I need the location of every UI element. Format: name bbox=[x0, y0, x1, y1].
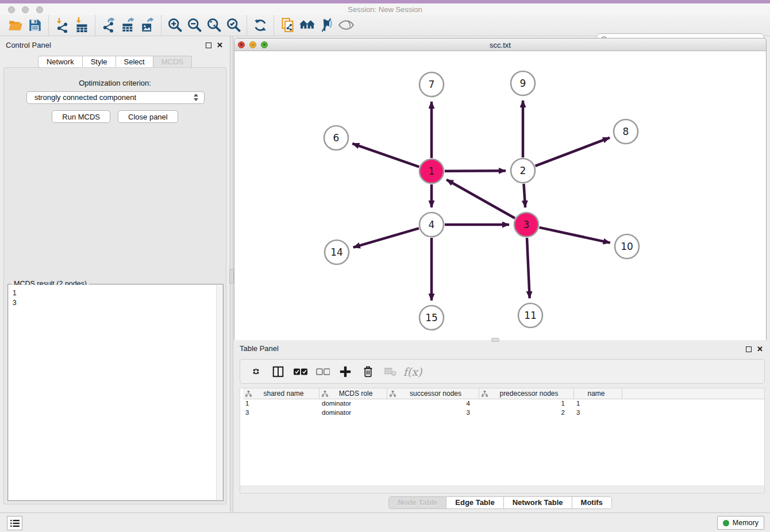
close-panel-button[interactable]: Close panel bbox=[118, 110, 178, 123]
refresh-network-icon[interactable] bbox=[251, 16, 270, 34]
graph-node-label-8: 8 bbox=[623, 126, 629, 137]
tab-network[interactable]: Network bbox=[38, 56, 83, 68]
zoom-selected-icon[interactable] bbox=[224, 16, 243, 34]
cell-mcds_role[interactable]: dominator bbox=[319, 408, 387, 418]
delete-columns-trash-icon[interactable] bbox=[359, 363, 376, 380]
network-view-window: ✕ − + scc.txt 7968124314101511 bbox=[234, 38, 767, 340]
network-window-title: scc.txt bbox=[234, 41, 766, 49]
graph-edge-3-1[interactable] bbox=[446, 180, 515, 218]
select-stepper-icon bbox=[194, 94, 199, 103]
task-history-button[interactable] bbox=[7, 516, 22, 530]
control-panel-close-icon[interactable]: ✕ bbox=[217, 41, 223, 49]
open-file-icon[interactable] bbox=[6, 16, 25, 34]
graph-node-label-4: 4 bbox=[429, 219, 435, 230]
graph-edge-2-8[interactable] bbox=[536, 138, 610, 166]
select-all-checkboxes-icon[interactable] bbox=[292, 363, 309, 380]
control-panel-float-icon[interactable] bbox=[206, 43, 211, 48]
graph-edge-2-3[interactable] bbox=[523, 184, 525, 207]
toolbar-separator bbox=[247, 16, 247, 35]
column-header-mcds_role[interactable]: MCDS role bbox=[319, 388, 387, 399]
list-icon bbox=[10, 519, 20, 527]
optimization-criterion-select[interactable]: strongly connected component bbox=[26, 91, 205, 104]
add-column-icon[interactable] bbox=[337, 363, 354, 380]
table-toolbar: f(x) bbox=[240, 359, 765, 384]
optimization-criterion-label: Optimization criterion: bbox=[4, 79, 226, 87]
table-panel-close-icon[interactable]: ✕ bbox=[757, 345, 763, 353]
table-header-row: shared nameMCDS rolesuccessor nodesprede… bbox=[243, 388, 764, 399]
network-svg: 7968124314101511 bbox=[234, 51, 766, 340]
import-table-icon[interactable] bbox=[72, 16, 91, 34]
deselect-all-checkboxes-icon[interactable] bbox=[314, 363, 332, 380]
zoom-out-icon[interactable] bbox=[184, 16, 204, 34]
function-builder-icon[interactable]: f(x) bbox=[404, 363, 421, 380]
go-home-icon[interactable] bbox=[297, 16, 317, 34]
column-header-predecessor_nodes[interactable]: predecessor nodes bbox=[479, 388, 574, 399]
tab-node-table[interactable]: Node Table bbox=[388, 496, 446, 509]
horizontal-split-grip[interactable] bbox=[491, 338, 499, 342]
tab-select[interactable]: Select bbox=[116, 56, 153, 68]
cell-shared_name[interactable]: 3 bbox=[243, 408, 319, 418]
tab-motifs[interactable]: Motifs bbox=[572, 496, 612, 509]
run-mcds-button[interactable]: Run MCDS bbox=[52, 110, 110, 123]
show-column-panel-icon[interactable] bbox=[270, 363, 287, 380]
graph-edge-3-11[interactable] bbox=[527, 238, 530, 298]
application-window: Session: New Session bbox=[0, 0, 770, 532]
window-title: Session: New Session bbox=[0, 5, 770, 14]
table-row[interactable]: 3dominator323 bbox=[243, 408, 764, 418]
import-network-icon[interactable] bbox=[52, 16, 72, 34]
cell-name[interactable]: 1 bbox=[574, 399, 622, 408]
cell-mcds_role[interactable]: dominator bbox=[319, 399, 387, 408]
graph-edge-4-14[interactable] bbox=[353, 228, 419, 247]
result-scrollbar[interactable] bbox=[216, 285, 222, 500]
hide-graphics-details-icon[interactable] bbox=[317, 16, 336, 34]
export-network-icon[interactable] bbox=[99, 16, 118, 34]
network-window-titlebar[interactable]: ✕ − + scc.txt bbox=[234, 38, 766, 51]
toolbar-separator bbox=[161, 16, 161, 35]
mcds-result-group: MCDS result (2 nodes) 1 3 bbox=[7, 284, 224, 501]
control-panel-tabs: Network Style Select MCDS bbox=[0, 56, 230, 68]
mcds-result-text[interactable]: 1 3 bbox=[9, 285, 216, 500]
graph-edge-3-10[interactable] bbox=[539, 228, 610, 243]
export-image-icon[interactable] bbox=[138, 16, 157, 34]
tab-style[interactable]: Style bbox=[83, 56, 116, 68]
cell-predecessor_nodes[interactable]: 2 bbox=[479, 408, 574, 418]
memory-button[interactable]: Memory bbox=[717, 516, 764, 530]
cell-successor_nodes[interactable]: 3 bbox=[387, 408, 479, 418]
duplicate-network-icon[interactable] bbox=[278, 16, 297, 34]
delete-table-icon[interactable] bbox=[382, 363, 399, 380]
window-titlebar: Session: New Session bbox=[0, 3, 770, 14]
graph-node-label-6: 6 bbox=[333, 132, 340, 144]
optimization-criterion-value: strongly connected component bbox=[34, 93, 136, 102]
toolbar-separator bbox=[274, 16, 274, 35]
cell-name[interactable]: 3 bbox=[574, 408, 622, 418]
cell-predecessor_nodes[interactable]: 1 bbox=[479, 399, 574, 408]
vertical-split-grip[interactable] bbox=[229, 269, 234, 284]
graph-node-label-1: 1 bbox=[429, 165, 435, 177]
graph-edge-1-2[interactable] bbox=[445, 171, 506, 171]
column-header-name[interactable]: name bbox=[574, 388, 622, 399]
cell-successor_nodes[interactable]: 4 bbox=[387, 399, 479, 408]
table-row[interactable]: 1dominator411 bbox=[243, 399, 764, 408]
column-header-shared_name[interactable]: shared name bbox=[243, 388, 319, 399]
graph-edge-1-6[interactable] bbox=[352, 144, 419, 167]
show-hidden-eye-icon[interactable] bbox=[336, 16, 356, 34]
tab-mcds[interactable]: MCDS bbox=[153, 56, 192, 68]
network-canvas[interactable]: 7968124314101511 bbox=[234, 51, 766, 340]
tab-network-table[interactable]: Network Table bbox=[504, 496, 572, 509]
save-session-icon[interactable] bbox=[25, 16, 45, 34]
cell-shared_name[interactable]: 1 bbox=[243, 399, 319, 408]
tab-edge-table[interactable]: Edge Table bbox=[446, 496, 503, 509]
graph-node-label-3: 3 bbox=[523, 219, 530, 230]
column-header-successor_nodes[interactable]: successor nodes bbox=[387, 388, 479, 399]
graph-node-label-15: 15 bbox=[425, 312, 438, 323]
graph-node-label-11: 11 bbox=[524, 310, 537, 321]
graph-node-label-14: 14 bbox=[330, 246, 343, 258]
table-bottom-strip bbox=[240, 485, 765, 494]
table-panel-float-icon[interactable] bbox=[746, 346, 752, 352]
zoom-fit-icon[interactable] bbox=[204, 16, 224, 34]
export-table-icon[interactable] bbox=[118, 16, 138, 34]
zoom-in-icon[interactable] bbox=[165, 16, 184, 34]
toolbar-separator bbox=[48, 16, 49, 35]
table-options-gear-icon[interactable] bbox=[247, 363, 264, 380]
status-bar: Memory bbox=[0, 512, 770, 532]
